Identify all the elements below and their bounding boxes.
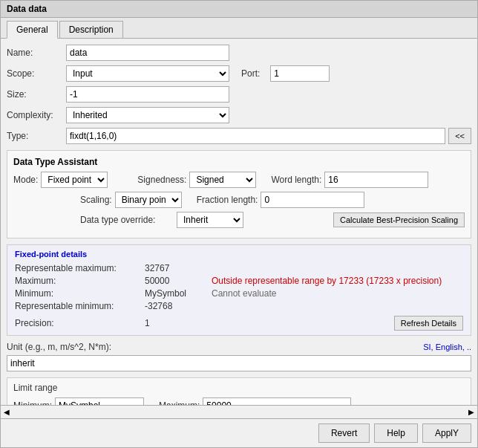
max-row: Maximum: 50000 Outside representable ran… — [15, 276, 463, 286]
name-label: Name: — [7, 48, 66, 58]
unit-input[interactable] — [7, 355, 471, 371]
rep-max-label: Representable maximum: — [15, 263, 145, 273]
type-input[interactable] — [66, 128, 445, 144]
name-row: Name: — [7, 45, 471, 61]
rep-max-value: 32767 — [145, 263, 204, 273]
precision-label: Precision: — [15, 318, 145, 328]
scaling-row: Scaling: Binary point Fraction length: — [13, 192, 465, 208]
tab-description[interactable]: Description — [59, 21, 123, 38]
rep-max-row: Representable maximum: 32767 — [15, 263, 463, 273]
scroll-left-icon[interactable]: ◀ — [4, 408, 10, 416]
rep-min-row: Representable minimum: -32768 — [15, 301, 463, 311]
unit-label: Unit (e.g., m, m/s^2, N*m): — [7, 342, 111, 352]
unit-right-link[interactable]: SI, English, .. — [423, 343, 471, 351]
min-note: Cannot evaluate — [212, 288, 276, 299]
limit-max-input[interactable] — [203, 397, 351, 405]
complexity-select[interactable]: Inherited — [66, 107, 229, 123]
main-content: Name: Scope: Input Port: Size: Complexit… — [1, 39, 477, 405]
mode-select[interactable]: Fixed point — [41, 172, 108, 188]
precision-value: 1 — [145, 318, 204, 328]
max-value: 50000 — [145, 276, 204, 286]
limit-row: Minimum: Maximum: — [13, 397, 465, 405]
override-select[interactable]: Inherit — [177, 212, 243, 228]
assistant-box: Data Type Assistant Mode: Fixed point Si… — [7, 150, 471, 238]
port-input[interactable] — [270, 65, 330, 82]
fraction-label: Fraction length: — [197, 195, 258, 205]
min-label: Minimum: — [15, 288, 145, 299]
precision-row: Precision: 1 Refresh Details — [15, 316, 463, 331]
mode-row: Mode: Fixed point Signedness: Signed Wor… — [13, 172, 465, 188]
unit-row: Unit (e.g., m, m/s^2, N*m): SI, English,… — [7, 342, 471, 352]
word-length-label: Word length: — [271, 175, 321, 185]
collapse-button[interactable]: << — [448, 128, 471, 144]
scroll-right-icon[interactable]: ▶ — [468, 408, 474, 416]
type-label: Type: — [7, 131, 66, 141]
fraction-input[interactable] — [261, 192, 364, 208]
scope-label: Scope: — [7, 68, 66, 79]
fp-details-title: Fixed-point details — [15, 250, 463, 259]
limit-range-title: Limit range — [13, 383, 465, 393]
limit-range-box: Limit range Minimum: Maximum: — [7, 377, 471, 405]
size-row: Size: — [7, 86, 471, 103]
tab-general[interactable]: General — [7, 21, 58, 39]
assistant-title: Data Type Assistant — [13, 157, 465, 167]
override-label: Data type override: — [80, 215, 177, 225]
signedness-label: Signedness: — [137, 175, 186, 185]
complexity-label: Complexity: — [7, 110, 66, 120]
override-row: Data type override: Inherit Calculate Be… — [13, 212, 465, 228]
scope-select[interactable]: Input — [66, 65, 229, 82]
complexity-row: Complexity: Inherited — [7, 107, 471, 123]
tab-bar: General Description — [1, 18, 477, 39]
limit-min-input[interactable] — [55, 397, 144, 405]
scaling-select[interactable]: Binary point — [115, 192, 182, 208]
max-note: Outside representable range by 17233 (17… — [212, 276, 442, 286]
word-length-input[interactable] — [324, 172, 428, 188]
rep-min-value: -32768 — [145, 301, 204, 311]
scaling-label: Scaling: — [80, 195, 112, 205]
min-value: MySymbol — [145, 288, 204, 299]
revert-button[interactable]: Revert — [318, 423, 370, 443]
type-row: Type: << — [7, 128, 471, 144]
apply-button[interactable]: ApplY — [422, 423, 471, 443]
size-input[interactable] — [66, 86, 229, 103]
fp-details-box: Fixed-point details Representable maximu… — [7, 244, 471, 336]
mode-label: Mode: — [13, 175, 38, 185]
dialog-title: Data data — [1, 1, 477, 18]
help-button[interactable]: Help — [374, 423, 418, 443]
rep-min-label: Representable minimum: — [15, 301, 145, 311]
refresh-details-button[interactable]: Refresh Details — [394, 316, 463, 331]
min-row: Minimum: MySymbol Cannot evaluate — [15, 288, 463, 299]
port-label: Port: — [241, 68, 260, 79]
signedness-select[interactable]: Signed — [189, 172, 256, 188]
max-label: Maximum: — [15, 276, 145, 286]
size-label: Size: — [7, 89, 66, 100]
bottom-bar: Revert Help ApplY — [1, 418, 477, 447]
calc-best-precision-button[interactable]: Calculate Best-Precision Scaling — [333, 212, 465, 227]
scrollbar-area: ◀ ▶ — [1, 405, 477, 418]
scope-row: Scope: Input Port: — [7, 65, 471, 82]
name-input[interactable] — [66, 45, 229, 61]
